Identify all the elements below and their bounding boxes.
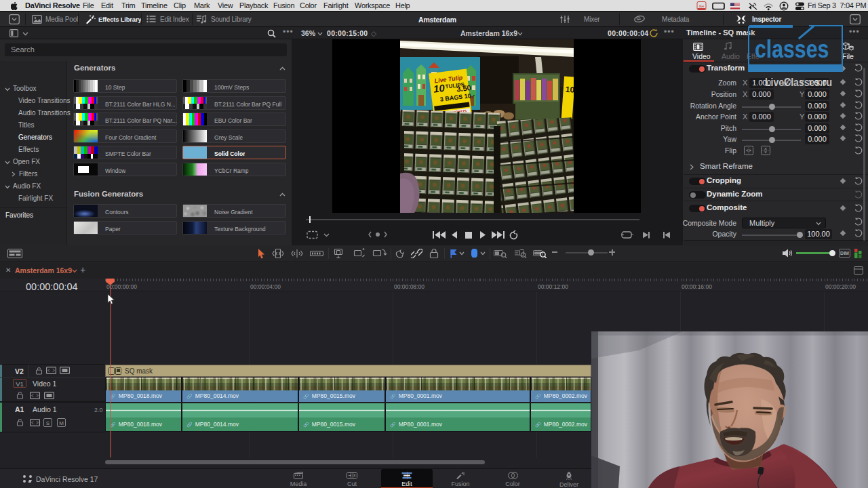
svg-text:10: 10 — [433, 82, 446, 95]
svg-text:10: 10 — [565, 85, 574, 95]
svg-text:live: live — [699, 4, 704, 8]
